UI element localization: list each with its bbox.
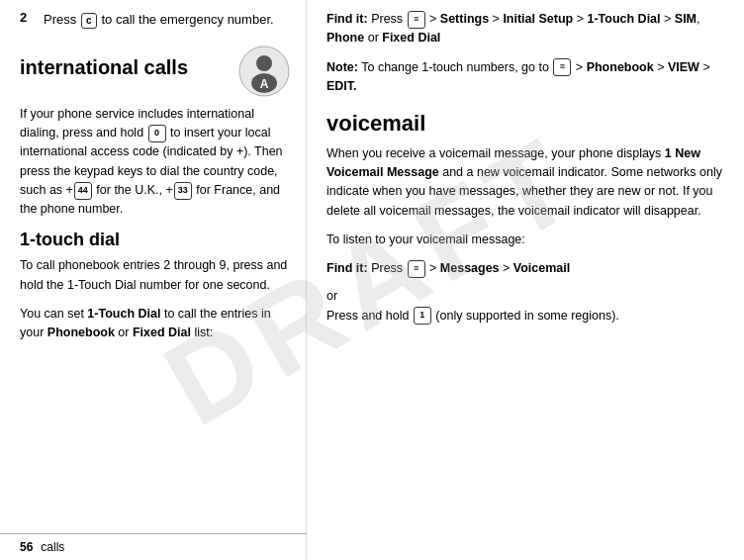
find-it-label-1: Find it: [326, 12, 368, 26]
findit2-messages: Messages [440, 261, 500, 275]
findit1-text4: > [573, 12, 587, 26]
onetouch-pre: You can set [20, 307, 87, 321]
onetouch-heading: 1-touch dial [20, 230, 290, 251]
step-2-text: Press c to call the emergency number. [44, 10, 274, 30]
findit1-1touchdial: 1-Touch Dial [587, 12, 660, 26]
step-number: 2 [20, 10, 36, 30]
footer-bar: 56 calls [0, 533, 307, 560]
left-column: 2 Press c to call the emergency number. … [0, 0, 307, 560]
voicemail-body: When you receive a voicemail message, yo… [326, 144, 728, 222]
press-hold-text: Press and hold [326, 309, 413, 323]
step2-text-before: Press [44, 12, 80, 27]
note1-edit: EDIT. [326, 79, 357, 93]
findit1-phone: Phone [326, 31, 364, 45]
findit1-text2: > [426, 12, 440, 26]
international-person-icon: A [238, 46, 290, 97]
note1-text3: > [654, 60, 668, 74]
findit1-initialsetup: Initial Setup [503, 12, 573, 26]
step2-text-after: to call the emergency number. [98, 12, 274, 27]
onetouch-body2: You can set 1-Touch Dial to call the ent… [20, 305, 290, 343]
menu-key-note: ≡ [553, 58, 571, 76]
intl-calls-heading: international calls [20, 55, 188, 79]
findit1-text5: > [661, 12, 675, 26]
intl-calls-header: international calls A [20, 46, 290, 97]
findit2-text: Press [368, 261, 407, 275]
note1-phonebook: Phonebook [587, 60, 654, 74]
findit1-fixeddial: Fixed Dial [382, 31, 440, 45]
press-hold-end: (only supported in some regions). [432, 309, 619, 323]
one-key: 1 [414, 307, 431, 325]
or-text: or [326, 289, 728, 303]
note1-text: To change 1-touch numbers, go to [358, 60, 552, 74]
onetouch-bold2: Phonebook [47, 326, 115, 339]
onetouch-bold3: Fixed Dial [133, 326, 191, 339]
vm-body1: When you receive a voicemail message, yo… [326, 146, 665, 160]
find-it-2: Find it: Press ≡ > Messages > Voicemail [326, 259, 728, 278]
note1-text2: > [572, 60, 586, 74]
findit1-text7: or [364, 31, 382, 45]
find-it-1: Find it: Press ≡ > Settings > Initial Se… [326, 10, 728, 48]
intl-calls-body: If your phone service includes internati… [20, 105, 290, 220]
find-it-label-2: Find it: [326, 261, 368, 275]
findit1-text6: , [697, 12, 699, 26]
note1-view: VIEW [668, 60, 699, 74]
findit2-mid: > [426, 261, 440, 275]
menu-key-1: ≡ [408, 11, 425, 29]
france-key: 33 [174, 182, 192, 200]
onetouch-bold1: 1-Touch Dial [87, 307, 160, 321]
intl-body3: for the U.K., + [93, 183, 173, 197]
menu-key-2: ≡ [408, 260, 425, 278]
vm-listen-text: To listen to your voicemail message: [326, 231, 728, 249]
right-column: Find it: Press ≡ > Settings > Initial Se… [307, 0, 744, 560]
note1-text4: > [699, 60, 710, 74]
findit1-sim: SIM [675, 12, 697, 26]
zero-key: 0 [148, 125, 166, 142]
onetouch-end: list: [191, 326, 213, 339]
onetouch-body1: To call phonebook entries 2 through 9, p… [20, 256, 290, 295]
note-1: Note: To change 1-touch numbers, go to ≡… [326, 58, 728, 97]
onetouch-mid2: or [115, 326, 133, 339]
findit2-end: > [500, 261, 513, 275]
svg-point-1 [256, 55, 272, 71]
findit1-settings: Settings [440, 12, 489, 26]
uk-key: 44 [74, 182, 92, 200]
press-hold-line: Press and hold 1 (only supported in some… [326, 307, 728, 326]
svg-text:A: A [260, 77, 269, 91]
page-number: 56 [20, 540, 33, 554]
voicemail-heading: voicemail [326, 111, 728, 137]
footer-label: calls [41, 540, 64, 554]
call-key-icon: c [81, 13, 97, 29]
page-container: DRAFT 2 Press c to call the emergency nu… [0, 0, 744, 560]
findit1-text3: > [489, 12, 503, 26]
step-2-line: 2 Press c to call the emergency number. [20, 10, 290, 30]
findit2-voicemail: Voicemail [513, 261, 570, 275]
note-label-1: Note: [326, 60, 358, 74]
findit1-text: Press [368, 12, 407, 26]
